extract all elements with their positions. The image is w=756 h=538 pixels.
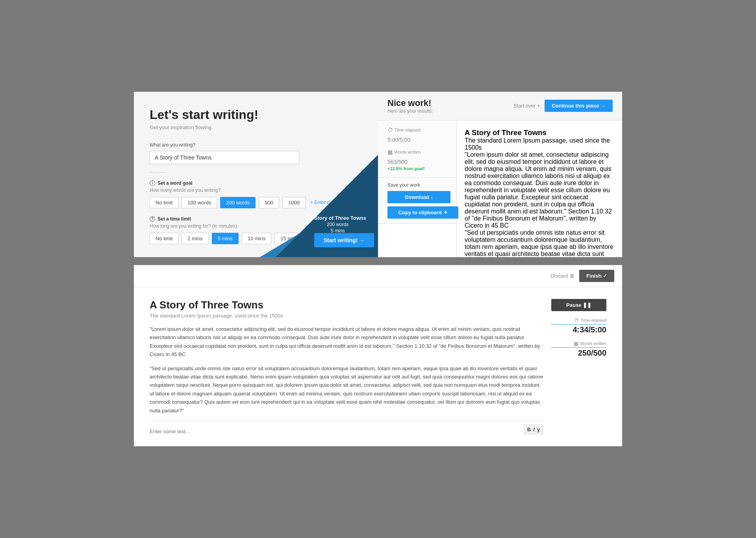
word-goal-label: Set a word goal bbox=[158, 180, 193, 186]
words-stat-label: Words written bbox=[394, 150, 421, 154]
sidebar-time-value: 4:34/5:00 bbox=[551, 325, 606, 334]
setup-panel: Let's start writing! Get your inspiratio… bbox=[134, 92, 378, 257]
info-time: 5 mins bbox=[309, 228, 366, 234]
results-right-col: A Story of Three Towns The standard Lore… bbox=[457, 121, 622, 257]
time-limit-label: Set a time limit bbox=[158, 216, 191, 222]
start-writing-button[interactable]: Start writing! → bbox=[314, 233, 374, 247]
time-value: 5:00 bbox=[387, 137, 398, 143]
pause-label: Pause ❚❚ bbox=[566, 302, 591, 308]
writing-sidebar: Pause ❚❚ ⏱ Time elapsed 4:34/5:00 ▦ Word… bbox=[551, 299, 606, 434]
finish-button[interactable]: Finish ✓ bbox=[579, 270, 614, 282]
start-over-button[interactable]: Start over + bbox=[513, 103, 540, 109]
info-icon: i bbox=[150, 180, 155, 186]
info-story-title: A Story of Three Towns bbox=[309, 215, 366, 221]
clipboard-label: Copy to clipboard ✦ bbox=[398, 210, 447, 215]
writing-header: Discard 🗑 Finish ✓ bbox=[134, 265, 622, 287]
writing-panel: Discard 🗑 Finish ✓ A Story of Three Town… bbox=[134, 265, 622, 446]
stats-section: ⏱ Time elapsed 5:00/5:00 ▦ Words written bbox=[378, 121, 456, 178]
copy-clipboard-button[interactable]: Copy to clipboard ✦ bbox=[387, 206, 458, 219]
words-percent: +12.6% from goal! bbox=[387, 166, 447, 171]
sidebar-time-divider bbox=[551, 324, 606, 325]
pause-button[interactable]: Pause ❚❚ bbox=[551, 299, 606, 311]
time-option-nolimit[interactable]: No limit bbox=[150, 233, 178, 244]
underline-icon[interactable]: y bbox=[537, 427, 540, 432]
continue-button[interactable]: Continue this piece → bbox=[545, 100, 613, 112]
time-stat-value: 5:00/5:00 bbox=[387, 134, 447, 144]
time-info-icon: ? bbox=[150, 216, 155, 222]
save-label: Save your work bbox=[387, 182, 447, 188]
discard-button[interactable]: Discard 🗑 bbox=[550, 273, 574, 279]
story-source: The standard Lorem Ipsum passage, used s… bbox=[465, 137, 614, 151]
save-section: Save your work Download ↓ Copy to clipbo… bbox=[378, 178, 456, 224]
italic-icon[interactable]: I bbox=[533, 427, 535, 432]
story-para-2: "Sed ut perspiciatis unde omnis iste nat… bbox=[465, 229, 614, 257]
writing-content: A Story of Three Towns The standard Lore… bbox=[134, 287, 622, 446]
time-stat-label: Time elapsed bbox=[395, 128, 421, 132]
words-goal: /500 bbox=[397, 159, 407, 165]
results-title: Nice work! bbox=[387, 98, 433, 108]
writing-story-para-1: "Lorem ipsum dolor sit amet, consectetur… bbox=[150, 325, 543, 359]
start-over-label: Start over + bbox=[513, 103, 540, 109]
time-option-2min[interactable]: 2 mins bbox=[182, 233, 208, 244]
story-title: A Story of Three Towns bbox=[465, 128, 614, 137]
sidebar-time-label: Time elapsed bbox=[580, 318, 606, 323]
download-button[interactable]: Download ↓ bbox=[387, 191, 450, 203]
words-stat: ▦ Words written 563/500 +12.6% from goal… bbox=[387, 149, 447, 171]
word-option-100[interactable]: 100 words bbox=[182, 197, 217, 208]
save-buttons: Download ↓ Copy to clipboard ✦ bbox=[387, 191, 447, 219]
writing-label: What are you writing? bbox=[150, 142, 362, 148]
divider bbox=[150, 172, 165, 173]
writing-story-source: The standard Lorem Ipsum passage, used s… bbox=[150, 313, 543, 319]
header-actions: Start over + Continue this piece → bbox=[513, 100, 613, 112]
time-option-5min[interactable]: 5 mins bbox=[212, 233, 239, 244]
start-btn-label: Start writing! → bbox=[324, 237, 365, 243]
writing-text-input[interactable] bbox=[150, 429, 520, 434]
finish-label: Finish ✓ bbox=[586, 273, 607, 279]
panel-title: Let's start writing! bbox=[150, 108, 362, 122]
sidebar-time-stat: ⏱ Time elapsed 4:34/5:00 bbox=[551, 317, 606, 334]
words-value: 563 bbox=[387, 159, 397, 165]
formatting-toolbar: B I y bbox=[524, 425, 543, 434]
sidebar-words-label: Words written bbox=[580, 341, 606, 346]
panel-subtitle: Get your inspiration flowing. bbox=[150, 124, 362, 130]
info-word-count: 200 words bbox=[309, 222, 366, 227]
story-para-1: "Lorem ipsum dolor sit amet, consectetur… bbox=[465, 151, 614, 229]
sidebar-words-value: 250/500 bbox=[551, 349, 606, 358]
word-option-200[interactable]: 200 words bbox=[220, 197, 256, 208]
sidebar-words-divider bbox=[551, 347, 606, 348]
time-goal: /5:00 bbox=[398, 137, 410, 143]
writing-story-title: A Story of Three Towns bbox=[150, 299, 543, 311]
download-label: Download ↓ bbox=[405, 194, 433, 200]
results-header: Nice work! Here are your results: Start … bbox=[378, 92, 622, 121]
results-panel: Nice work! Here are your results: Start … bbox=[378, 92, 622, 257]
writing-info-box: A Story of Three Towns 200 words 5 mins bbox=[309, 215, 366, 234]
results-subtitle: Here are your results: bbox=[387, 108, 433, 114]
results-left-col: ⏱ Time elapsed 5:00/5:00 ▦ Words written bbox=[378, 121, 457, 257]
word-option-nolimit[interactable]: No limit bbox=[150, 197, 178, 208]
time-stat: ⏱ Time elapsed 5:00/5:00 bbox=[387, 127, 447, 144]
sidebar-words-stat: ▦ Words written 250/500 bbox=[551, 341, 606, 358]
discard-label: Discard 🗑 bbox=[550, 273, 574, 279]
text-entry-area: B I y bbox=[150, 420, 543, 434]
results-header-left: Nice work! Here are your results: bbox=[387, 98, 433, 114]
bold-icon[interactable]: B bbox=[527, 427, 531, 432]
writing-story: A Story of Three Towns The standard Lore… bbox=[150, 299, 543, 434]
results-body: ⏱ Time elapsed 5:00/5:00 ▦ Words written bbox=[378, 121, 622, 257]
words-stat-value: 563/500 bbox=[387, 156, 447, 166]
continue-label: Continue this piece → bbox=[552, 103, 606, 109]
writing-story-para-2: "Sed ut perspiciatis unde omnis iste nat… bbox=[150, 364, 543, 415]
